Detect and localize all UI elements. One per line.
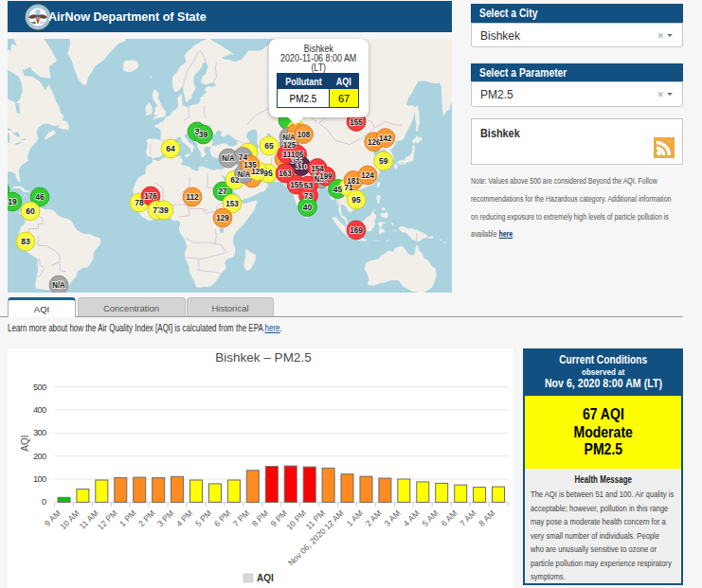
svg-text:400: 400 [33, 405, 46, 415]
svg-text:5 AM: 5 AM [421, 508, 441, 528]
svg-text:N/A: N/A [238, 169, 251, 179]
svg-text:45: 45 [333, 185, 343, 194]
svg-text:142: 142 [379, 134, 392, 143]
svg-text:Bishkek – PM2.5: Bishkek – PM2.5 [215, 350, 311, 365]
svg-text:5 PM: 5 PM [193, 508, 213, 528]
svg-text:10 AM: 10 AM [58, 508, 81, 531]
svg-text:95: 95 [263, 169, 273, 178]
svg-text:300: 300 [33, 428, 46, 437]
svg-text:129: 129 [216, 213, 229, 223]
svg-text:4 PM: 4 PM [174, 508, 194, 528]
svg-text:7 AM: 7 AM [458, 508, 477, 528]
svg-text:60: 60 [26, 206, 35, 216]
svg-text:2 AM: 2 AM [364, 508, 384, 528]
svg-text:27: 27 [218, 187, 227, 196]
svg-text:N/A: N/A [282, 133, 296, 142]
svg-text:8 AM: 8 AM [477, 508, 496, 528]
svg-text:500: 500 [33, 383, 46, 392]
svg-text:6 AM: 6 AM [440, 508, 459, 528]
svg-text:19: 19 [8, 197, 17, 206]
svg-text:181: 181 [347, 176, 360, 186]
svg-text:8 PM: 8 PM [250, 508, 270, 528]
svg-text:124: 124 [361, 170, 374, 180]
svg-text:12 PM: 12 PM [96, 508, 119, 532]
svg-text:7 PM: 7 PM [231, 508, 251, 528]
svg-text:153: 153 [225, 199, 239, 208]
svg-text:40: 40 [303, 203, 313, 212]
svg-text:73: 73 [304, 191, 314, 201]
svg-text:169: 169 [350, 225, 363, 235]
svg-text:39: 39 [159, 205, 169, 215]
svg-text:112: 112 [186, 192, 199, 202]
svg-text:100: 100 [33, 474, 46, 484]
svg-text:53: 53 [304, 181, 314, 190]
svg-text:59: 59 [379, 156, 388, 166]
svg-text:6 PM: 6 PM [212, 508, 232, 528]
svg-text:83: 83 [21, 237, 30, 246]
svg-text:135: 135 [243, 160, 257, 169]
svg-text:155: 155 [290, 180, 303, 189]
svg-text:310: 310 [295, 162, 308, 171]
svg-text:1 PM: 1 PM [117, 508, 137, 528]
svg-text:4 AM: 4 AM [402, 508, 422, 528]
svg-text:AQI: AQI [257, 573, 274, 583]
svg-text:11 AM: 11 AM [78, 508, 100, 531]
svg-text:46: 46 [35, 192, 45, 202]
svg-text:39: 39 [199, 130, 208, 139]
svg-text:163: 163 [279, 169, 292, 178]
svg-text:65: 65 [264, 141, 274, 151]
svg-text:95: 95 [351, 195, 361, 205]
svg-text:10 PM: 10 PM [284, 508, 308, 532]
svg-text:1 AM: 1 AM [345, 508, 365, 528]
svg-text:108: 108 [297, 130, 311, 139]
svg-text:AQI: AQI [20, 435, 30, 451]
svg-text:64: 64 [166, 144, 175, 153]
svg-text:155: 155 [350, 117, 363, 127]
svg-text:78: 78 [135, 198, 144, 207]
svg-text:3 PM: 3 PM [155, 508, 175, 528]
svg-text:176: 176 [144, 191, 157, 201]
svg-text:199: 199 [319, 171, 333, 181]
svg-text:N/A: N/A [52, 280, 65, 290]
svg-text:N/A: N/A [222, 153, 235, 163]
svg-text:105: 105 [291, 150, 304, 159]
svg-text:0: 0 [42, 497, 46, 507]
svg-text:200: 200 [33, 452, 46, 461]
svg-text:2 PM: 2 PM [136, 508, 156, 528]
svg-text:3 AM: 3 AM [383, 508, 403, 528]
